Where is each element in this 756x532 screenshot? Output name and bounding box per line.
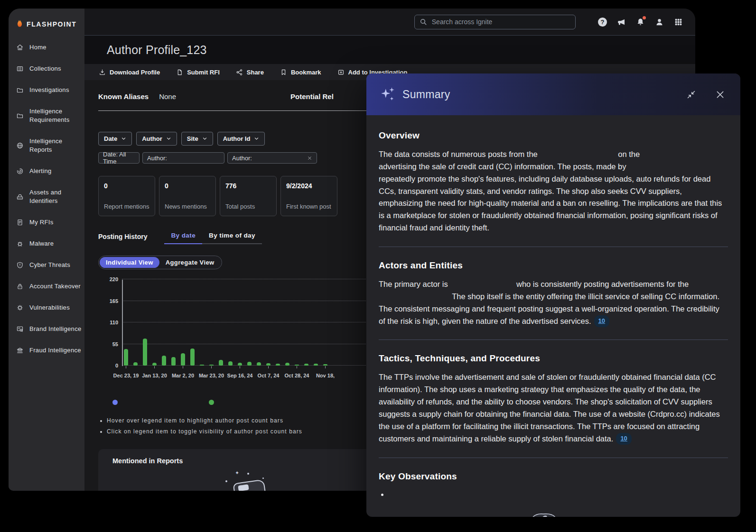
bar <box>228 361 233 366</box>
sidebar-item-fraud-intelligence[interactable]: Fraud Intelligence <box>16 346 84 355</box>
sidebar-item-alerting[interactable]: Alerting <box>16 167 84 175</box>
sidebar-item-intelligence-requirements[interactable]: Intelligence Requirements <box>16 107 84 124</box>
sidebar-item-label: Alerting <box>29 167 51 175</box>
grid-icon[interactable] <box>674 18 683 27</box>
doc-icon <box>16 219 24 226</box>
sidebar-item-label: Collections <box>29 64 61 73</box>
close-icon[interactable] <box>715 90 725 100</box>
filter-chip[interactable]: Author: <box>227 152 317 164</box>
legend-item[interactable] <box>112 400 121 405</box>
bell-icon[interactable] <box>636 18 645 27</box>
citation-link[interactable]: 10 <box>616 433 631 445</box>
bar <box>266 363 271 366</box>
globe-icon <box>16 142 24 149</box>
y-axis <box>122 280 123 366</box>
bar <box>171 357 176 366</box>
notification-badge <box>643 16 646 19</box>
sidebar-item-label: Malware <box>29 239 54 248</box>
sidebar-item-investigations[interactable]: Investigations <box>16 86 84 94</box>
filter-author-id-dropdown[interactable]: Author Id <box>217 132 265 146</box>
bar <box>323 364 327 366</box>
assets-icon <box>16 193 24 201</box>
x-tick <box>325 366 326 368</box>
sidebar-item-malware[interactable]: Malware <box>16 239 84 248</box>
virus-icon <box>16 304 24 312</box>
page-header: Author Profile_123 <box>84 36 695 64</box>
redacted-gap <box>450 286 514 287</box>
sidebar-item-label: Home <box>29 43 47 52</box>
chevron-down-icon <box>166 136 171 141</box>
sidebar-item-account-takeover[interactable]: Account Takeover <box>16 282 84 291</box>
section-paragraph: The data consists of numerous posts from… <box>379 148 728 234</box>
folder-icon <box>16 86 24 94</box>
sidebar-item-cyber-threats[interactable]: Cyber Threats <box>16 261 84 269</box>
bar <box>219 360 223 366</box>
bookmark-button[interactable]: Bookmark <box>280 69 321 76</box>
download-icon <box>99 69 106 76</box>
summary-panel-header: Summary <box>366 73 740 115</box>
y-tick-label: 55 <box>98 341 118 347</box>
collapse-icon[interactable] <box>686 90 696 100</box>
bar <box>314 364 318 366</box>
megaphone-icon[interactable] <box>617 18 626 27</box>
help-icon[interactable]: ? <box>598 18 607 27</box>
sidebar-item-intelligence-reports[interactable]: Intelligence Reports <box>16 137 84 154</box>
sidebar-item-assets-and-identifiers[interactable]: Assets and Identifiers <box>16 188 84 205</box>
summary-panel: Summary OverviewThe data consists of num… <box>366 73 740 517</box>
sidebar-item-brand-intelligence[interactable]: Brand Intelligence <box>16 325 84 333</box>
flashpoint-logo: FLASHPOINT <box>16 19 84 29</box>
sidebar-item-vulnerabilities[interactable]: Vulnerabilities <box>16 303 84 312</box>
legend-item[interactable] <box>209 400 218 405</box>
collections-icon <box>16 65 24 73</box>
chevron-down-icon <box>254 136 259 141</box>
submit-rfi-button[interactable]: Submit RFI <box>176 69 220 76</box>
y-tick-label: 165 <box>98 298 118 304</box>
filter-author-dropdown[interactable]: Author <box>136 132 177 146</box>
home-icon <box>16 44 24 51</box>
remove-chip-icon[interactable] <box>307 156 312 161</box>
sidebar: FLASHPOINT Home Collections Investigatio… <box>9 9 84 491</box>
tab-by-date[interactable]: By date <box>164 232 202 244</box>
user-icon[interactable] <box>655 18 664 27</box>
redacted-gap <box>628 169 697 169</box>
individual-view-button[interactable]: Individual View <box>100 257 159 268</box>
key-observation-item <box>389 489 728 501</box>
search-input[interactable] <box>431 18 570 26</box>
filter-date-dropdown[interactable]: Date <box>98 132 132 146</box>
chevron-down-icon <box>121 136 126 141</box>
view-toggle: Individual ViewAggregate View <box>98 256 222 269</box>
x-tick-label: Dec 23, 19 <box>113 373 139 378</box>
filter-chip[interactable]: Date: All Time <box>98 152 140 164</box>
sidebar-item-label: Fraud Intelligence <box>29 346 81 355</box>
section-divider <box>379 339 728 340</box>
bar <box>276 364 280 366</box>
topbar: ? <box>84 9 695 36</box>
redacted-gap <box>538 156 616 157</box>
section-divider <box>379 458 728 458</box>
x-tick <box>211 366 212 368</box>
bug-icon <box>16 240 24 248</box>
filter-chip[interactable]: Author: <box>142 152 224 164</box>
bar <box>190 349 195 366</box>
known-aliases-value: None <box>159 92 176 101</box>
sidebar-item-label: Investigations <box>29 86 69 94</box>
posting-history-title: Posting History <box>98 233 147 244</box>
redacted-gap <box>642 156 699 157</box>
sidebar-item-collections[interactable]: Collections <box>16 64 84 73</box>
sidebar-item-my-rfis[interactable]: My RFIs <box>16 218 84 227</box>
aggregate-view-button[interactable]: Aggregate View <box>159 257 221 268</box>
filter-site-dropdown[interactable]: Site <box>181 132 213 146</box>
sidebar-item-label: Intelligence Requirements <box>29 107 84 124</box>
bar <box>181 353 185 366</box>
redacted-gap <box>379 299 450 299</box>
citation-link[interactable]: 10 <box>594 315 609 327</box>
sidebar-item-home[interactable]: Home <box>16 43 84 52</box>
global-search[interactable] <box>414 15 576 29</box>
sidebar-item-label: My RFIs <box>29 218 53 227</box>
bar <box>257 362 261 366</box>
download-profile-button[interactable]: Download Profile <box>99 69 160 76</box>
x-tick <box>126 366 126 368</box>
share-button[interactable]: Share <box>236 69 264 76</box>
x-tick <box>297 366 297 368</box>
tab-by-time-of-day[interactable]: By time of day <box>202 232 262 244</box>
